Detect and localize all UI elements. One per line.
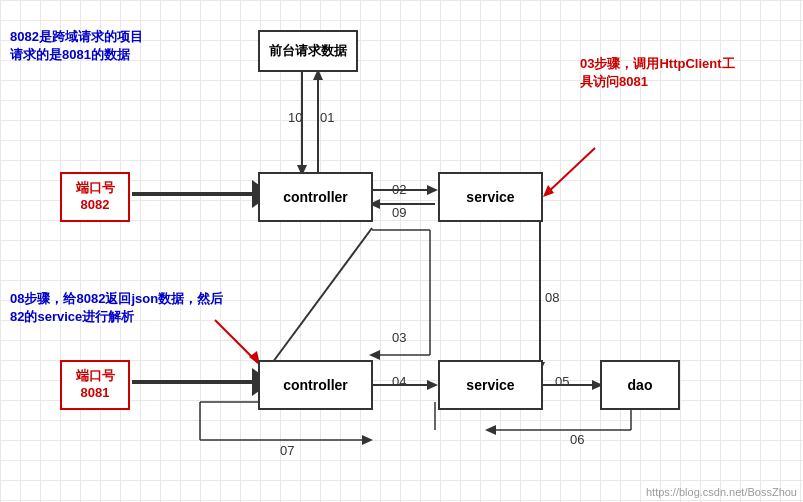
arrow-8082-to-controller xyxy=(132,180,272,208)
dao-box: dao xyxy=(600,360,680,410)
step-07-label: 07 xyxy=(280,443,294,458)
watermark: https://blog.csdn.net/BossZhou xyxy=(646,486,797,498)
step-10-label: 10 xyxy=(288,110,302,125)
service-bottom-box: service xyxy=(438,360,543,410)
svg-marker-14 xyxy=(369,350,380,360)
svg-marker-28 xyxy=(543,185,554,197)
svg-marker-25 xyxy=(485,425,496,435)
svg-line-10 xyxy=(267,228,372,370)
svg-marker-18 xyxy=(362,435,373,445)
step-02-label: 02 xyxy=(392,182,406,197)
svg-line-27 xyxy=(545,148,595,195)
arrow-8081-to-controller xyxy=(132,368,272,396)
step-06-label: 06 xyxy=(570,432,584,447)
svg-marker-5 xyxy=(427,185,438,195)
controller-top-box: controller xyxy=(258,172,373,222)
step-04-label: 04 xyxy=(392,374,406,389)
step-08-label: 08 xyxy=(545,290,559,305)
step-01-label: 01 xyxy=(320,110,334,125)
annotation-top-left: 8082是跨域请求的项目 请求的是8081的数据 xyxy=(10,28,143,64)
controller-bottom-box: controller xyxy=(258,360,373,410)
service-top-box: service xyxy=(438,172,543,222)
annotation-top-right: 03步骤，调用HttpClient工 具访问8081 xyxy=(580,55,735,91)
frontend-box: 前台请求数据 xyxy=(258,30,358,72)
port-8082-box: 端口号 8082 xyxy=(60,172,130,222)
step-09-label: 09 xyxy=(392,205,406,220)
svg-line-29 xyxy=(215,320,258,363)
annotation-bottom-left: 08步骤，给8082返回json数据，然后 82的service进行解析 xyxy=(10,290,223,326)
diagram-container: 前台请求数据 端口号 8082 controller service 端口号 8… xyxy=(0,0,803,502)
step-03-label: 03 xyxy=(392,330,406,345)
port-8081-box: 端口号 8081 xyxy=(60,360,130,410)
svg-marker-20 xyxy=(427,380,438,390)
step-05-label: 05 xyxy=(555,374,569,389)
